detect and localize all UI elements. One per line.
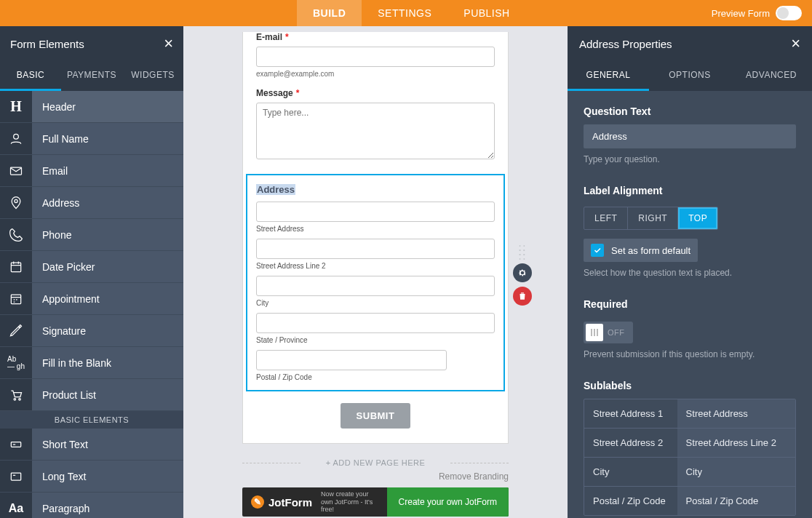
element-address[interactable]: Address	[0, 187, 183, 219]
required-toggle[interactable]: OFF	[584, 322, 633, 343]
sublabel-value[interactable]: City	[677, 458, 795, 486]
checkbox-checked-icon	[591, 244, 604, 257]
element-short-text[interactable]: Short Text	[0, 429, 183, 461]
cart-icon	[0, 379, 32, 410]
left-tab-widgets[interactable]: WIDGETS	[122, 61, 183, 91]
element-label: Short Text	[32, 439, 88, 450]
element-label: Signature	[32, 325, 86, 337]
phone-icon	[0, 219, 32, 250]
alignment-hint: Select how the question text is placed.	[584, 268, 796, 278]
short-text-icon	[0, 429, 32, 460]
element-label: Phone	[32, 229, 71, 241]
street-input[interactable]	[256, 202, 495, 222]
email-hint: example@example.com	[256, 70, 495, 78]
trash-icon	[517, 291, 528, 301]
top-bar: BUILD SETTINGS PUBLISH Preview Form	[0, 0, 812, 26]
sublabel-value[interactable]: Street Address	[677, 399, 795, 428]
envelope-icon	[0, 155, 32, 186]
svg-rect-7	[11, 442, 20, 447]
basic-elements-separator: BASIC ELEMENTS	[0, 411, 183, 429]
postal-input[interactable]	[256, 350, 447, 370]
left-tab-basic[interactable]: BASIC	[0, 61, 61, 91]
address-field-selected[interactable]: Address Street Address Street Address Li…	[246, 174, 505, 391]
calendar-icon	[0, 251, 32, 282]
right-tab-general[interactable]: GENERAL	[568, 61, 649, 91]
element-label: Fill in the Blank	[32, 357, 111, 369]
preview-form-label: Preview Form	[712, 8, 770, 19]
element-paragraph[interactable]: Aa Paragraph	[0, 493, 183, 518]
required-title: Required	[584, 298, 796, 310]
message-label: Message*	[256, 88, 495, 98]
label-alignment-title: Label Alignment	[584, 185, 796, 196]
left-tab-payments[interactable]: PAYMENTS	[61, 61, 122, 91]
state-input[interactable]	[256, 313, 495, 333]
align-top-button[interactable]: TOP	[677, 207, 717, 229]
drag-handle-icon[interactable]: ∷∷∷	[519, 246, 527, 259]
svg-point-6	[19, 398, 21, 400]
element-fill-blank[interactable]: Ab— gh Fill in the Blank	[0, 347, 183, 379]
element-email[interactable]: Email	[0, 155, 183, 187]
email-input[interactable]	[256, 47, 495, 67]
preview-toggle[interactable]	[776, 6, 802, 20]
sublabels-table: Street Address 1 Street Address Street A…	[584, 399, 796, 516]
tab-publish[interactable]: PUBLISH	[447, 0, 525, 26]
element-appointment[interactable]: Appointment	[0, 283, 183, 315]
svg-rect-8	[11, 473, 20, 480]
city-sublabel: City	[256, 299, 495, 307]
element-label: Address	[32, 197, 79, 209]
banner-tagline: Now create your own JotForm - It's free!	[321, 490, 387, 514]
element-product-list[interactable]: Product List	[0, 379, 183, 411]
tab-settings[interactable]: SETTINGS	[362, 0, 447, 26]
svg-point-2	[15, 199, 17, 202]
banner-cta-button[interactable]: Create your own JotForm	[387, 487, 509, 517]
right-panel-title: Address Properties	[579, 38, 672, 50]
tab-build[interactable]: BUILD	[297, 0, 362, 26]
field-delete-button[interactable]	[513, 287, 532, 306]
element-phone[interactable]: Phone	[0, 219, 183, 251]
question-text-input[interactable]	[584, 124, 796, 148]
element-signature[interactable]: Signature	[0, 315, 183, 347]
street2-input[interactable]	[256, 239, 495, 259]
element-header[interactable]: H Header	[0, 91, 183, 123]
align-left-button[interactable]: LEFT	[584, 207, 627, 229]
close-icon[interactable]: ×	[164, 34, 173, 53]
element-long-text[interactable]: Long Text	[0, 461, 183, 493]
question-text-hint: Type your question.	[584, 154, 796, 164]
street2-sublabel: Street Address Line 2	[256, 262, 495, 270]
paragraph-icon: Aa	[0, 493, 32, 518]
sublabel-key: Street Address 2	[584, 429, 677, 457]
required-hint: Prevent submission if this question is e…	[584, 349, 796, 359]
street-sublabel: Street Address	[256, 225, 495, 233]
sublabel-value[interactable]: Street Address Line 2	[677, 429, 795, 457]
field-settings-button[interactable]	[513, 263, 532, 282]
element-full-name[interactable]: Full Name	[0, 123, 183, 155]
add-new-page-button[interactable]: + ADD NEW PAGE HERE	[242, 458, 509, 467]
right-tab-advanced[interactable]: ADVANCED	[731, 61, 812, 91]
element-label: Paragraph	[32, 503, 89, 514]
submit-button[interactable]: SUBMIT	[341, 403, 411, 429]
set-default-label: Set as form default	[611, 245, 690, 256]
set-default-checkbox-row[interactable]: Set as form default	[584, 239, 698, 262]
align-right-button[interactable]: RIGHT	[627, 207, 677, 229]
form-canvas[interactable]: E-mail* example@example.com Message* Add…	[183, 26, 568, 518]
element-label: Product List	[32, 389, 96, 401]
calendar-grid-icon	[0, 283, 32, 314]
element-label: Full Name	[32, 133, 89, 145]
svg-rect-3	[11, 263, 20, 272]
message-textarea[interactable]	[256, 103, 495, 159]
close-icon[interactable]: ×	[791, 34, 800, 53]
element-label: Email	[32, 165, 68, 177]
required-state: OFF	[608, 328, 631, 337]
jotform-banner: ✎JotForm Now create your own JotForm - I…	[242, 487, 509, 517]
sublabel-key: City	[584, 458, 677, 486]
remove-branding-link[interactable]: Remove Branding	[242, 471, 509, 482]
sublabel-value[interactable]: Postal / Zip Code	[677, 487, 795, 515]
right-tab-options[interactable]: OPTIONS	[649, 61, 731, 91]
element-label: Long Text	[32, 471, 86, 482]
city-input[interactable]	[256, 276, 495, 296]
location-icon	[0, 187, 32, 218]
gear-icon	[517, 268, 528, 278]
address-label: Address	[256, 184, 295, 195]
sublabels-title: Sublabels	[584, 380, 796, 391]
element-date-picker[interactable]: Date Picker	[0, 251, 183, 283]
